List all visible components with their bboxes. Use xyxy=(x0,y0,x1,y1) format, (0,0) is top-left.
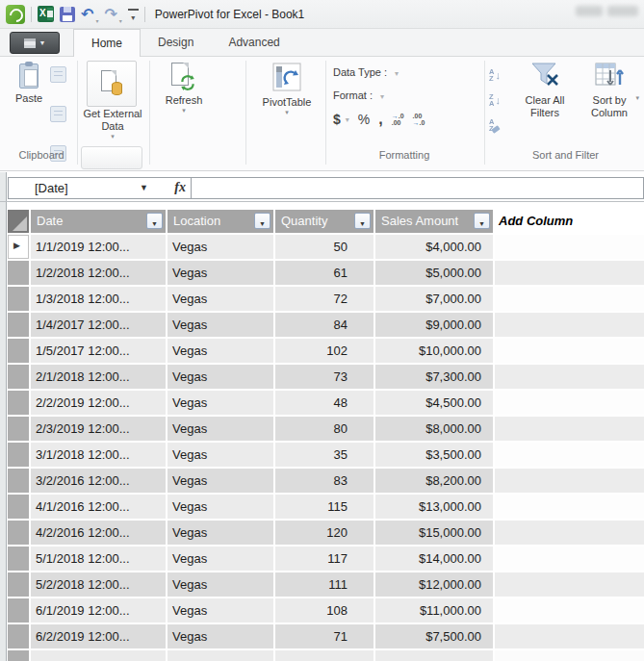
cell-sales-amount[interactable]: $7,000.00 xyxy=(375,287,493,311)
row-selector[interactable] xyxy=(8,624,29,648)
column-header-location[interactable]: Location xyxy=(167,210,273,233)
row-selector[interactable] xyxy=(8,287,29,311)
format-control[interactable]: Format : xyxy=(333,89,384,101)
name-box-dropdown-icon[interactable] xyxy=(140,183,148,192)
cell-sales-amount[interactable]: $14,000.00 xyxy=(375,547,493,571)
cell-quantity[interactable] xyxy=(275,650,374,661)
cell-sales-amount[interactable]: $11,000.00 xyxy=(375,598,493,623)
row-selector[interactable] xyxy=(8,365,29,389)
filter-dropdown-icon[interactable] xyxy=(254,213,270,229)
sort-z-a-icon[interactable]: ZA xyxy=(489,89,510,111)
cell-sales-amount[interactable]: $10,000.00 xyxy=(375,339,493,363)
cell-location[interactable]: Vegas xyxy=(167,495,273,519)
cell-quantity[interactable]: 35 xyxy=(275,443,374,467)
filter-dropdown-icon[interactable] xyxy=(146,213,163,229)
cell-date[interactable]: 3/2/2016 12:00... xyxy=(31,469,166,493)
paste-append-icon[interactable] xyxy=(50,66,66,83)
select-all-corner[interactable] xyxy=(8,210,29,233)
cell-date[interactable]: 5/1/2018 12:00... xyxy=(31,547,166,571)
chevron-down-icon[interactable] xyxy=(380,92,384,101)
customize-quick-access-icon[interactable] xyxy=(128,9,139,19)
cell-location[interactable]: Vegas xyxy=(167,598,273,623)
cell-location[interactable]: Vegas xyxy=(167,235,273,259)
cell-quantity[interactable]: 71 xyxy=(275,624,374,648)
cell-add-column[interactable] xyxy=(495,624,644,648)
cell-date[interactable]: 2/2/2019 12:00... xyxy=(31,391,166,415)
cell-add-column[interactable] xyxy=(495,547,644,571)
column-header-sales-amount[interactable]: Sales Amount xyxy=(375,210,493,233)
cell-sales-amount[interactable]: $3,500.00 xyxy=(375,443,493,467)
cell-sales-amount[interactable]: $9,000.00 xyxy=(375,313,493,337)
cell-location[interactable]: Vegas xyxy=(167,443,273,467)
cell-add-column[interactable] xyxy=(495,417,644,441)
save-icon[interactable] xyxy=(60,7,75,22)
cell-add-column[interactable] xyxy=(495,572,644,597)
cell-sales-amount[interactable]: $7,300.00 xyxy=(375,365,493,389)
tab-home[interactable]: Home xyxy=(73,29,141,57)
cell-quantity[interactable]: 108 xyxy=(275,598,374,623)
cell-location[interactable]: Vegas xyxy=(167,521,273,545)
cell-date[interactable]: 1/3/2018 12:00... xyxy=(31,287,166,311)
cell-date[interactable]: 2/3/2019 12:00... xyxy=(31,417,166,441)
row-selector[interactable] xyxy=(8,235,29,259)
cell-quantity[interactable]: 48 xyxy=(275,391,374,415)
filter-dropdown-icon[interactable] xyxy=(474,213,490,229)
cell-sales-amount[interactable] xyxy=(375,650,493,661)
cell-sales-amount[interactable]: $12,000.00 xyxy=(375,572,493,597)
row-selector[interactable] xyxy=(8,443,29,467)
clear-all-filters-button[interactable]: Clear All Filters xyxy=(514,59,576,119)
excel-icon[interactable] xyxy=(38,6,54,22)
thousands-separator-button[interactable]: , xyxy=(378,111,382,128)
cell-quantity[interactable]: 61 xyxy=(275,261,374,285)
tab-advanced[interactable]: Advanced xyxy=(211,29,296,56)
formula-input[interactable] xyxy=(192,178,643,198)
decrease-decimal-icon[interactable]: .00→.0 xyxy=(413,113,425,126)
cell-quantity[interactable]: 117 xyxy=(275,547,374,571)
cell-date[interactable]: 6/2/2019 12:00... xyxy=(31,624,166,648)
cell-quantity[interactable]: 84 xyxy=(275,313,374,337)
paste-button[interactable]: Paste xyxy=(10,59,48,105)
cell-date[interactable]: 3/1/2018 12:00... xyxy=(31,443,166,467)
cell-location[interactable]: Vegas xyxy=(167,391,273,415)
column-header-quantity[interactable]: Quantity xyxy=(275,210,374,233)
cell-location[interactable]: Vegas xyxy=(167,365,273,389)
cell-quantity[interactable]: 102 xyxy=(275,339,374,363)
cell-quantity[interactable]: 111 xyxy=(275,572,374,597)
cell-location[interactable]: Vegas xyxy=(167,572,273,597)
cell-location[interactable]: Vegas xyxy=(167,287,273,311)
cell-quantity[interactable]: 72 xyxy=(275,287,374,311)
cell-date[interactable]: 4/1/2016 12:00... xyxy=(31,495,166,519)
redo-icon[interactable] xyxy=(104,5,116,23)
row-selector[interactable] xyxy=(8,650,29,661)
cell-date[interactable] xyxy=(31,650,166,661)
chevron-down-icon[interactable] xyxy=(346,115,349,124)
sort-a-z-icon[interactable]: AZ xyxy=(489,64,510,86)
cell-quantity[interactable]: 50 xyxy=(275,235,374,259)
row-selector[interactable] xyxy=(8,391,29,415)
cell-add-column[interactable] xyxy=(495,261,644,285)
pivottable-button[interactable]: PivotTable xyxy=(252,59,322,116)
sort-by-column-button[interactable]: Sort by Column xyxy=(578,59,641,119)
cell-location[interactable]: Vegas xyxy=(167,469,273,493)
cell-date[interactable]: 4/2/2016 12:00... xyxy=(31,521,166,545)
row-selector[interactable] xyxy=(8,469,29,493)
cell-location[interactable] xyxy=(167,650,273,661)
cell-add-column[interactable] xyxy=(495,235,644,259)
clear-sort-icon[interactable]: AZ xyxy=(489,114,510,136)
column-header-date[interactable]: Date xyxy=(31,210,166,233)
cell-sales-amount[interactable]: $7,500.00 xyxy=(375,624,493,648)
cell-location[interactable]: Vegas xyxy=(167,547,273,571)
cell-date[interactable]: 1/5/2017 12:00... xyxy=(31,339,166,363)
get-external-data-label-area[interactable]: Get External Data xyxy=(81,105,144,140)
row-selector[interactable] xyxy=(8,547,29,571)
row-selector[interactable] xyxy=(8,261,29,285)
cell-location[interactable]: Vegas xyxy=(167,624,273,648)
cell-add-column[interactable] xyxy=(495,650,644,661)
redo-dropdown-icon[interactable] xyxy=(119,17,122,24)
file-menu-button[interactable] xyxy=(10,32,60,54)
cell-sales-amount[interactable]: $5,000.00 xyxy=(375,261,493,285)
cell-add-column[interactable] xyxy=(495,443,644,467)
add-column-header[interactable]: Add Column xyxy=(495,210,644,233)
cell-quantity[interactable]: 80 xyxy=(275,417,374,441)
cell-sales-amount[interactable]: $8,200.00 xyxy=(375,469,493,493)
